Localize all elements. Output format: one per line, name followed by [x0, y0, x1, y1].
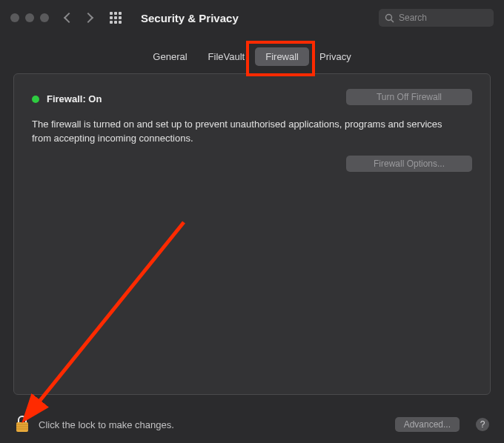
turn-off-firewall-button[interactable]: Turn Off Firewall — [346, 89, 472, 105]
tab-firewall[interactable]: Firewall — [255, 47, 309, 66]
firewall-description: The firewall is turned on and set up to … — [32, 118, 462, 146]
help-button[interactable]: ? — [476, 418, 489, 431]
tab-general[interactable]: General — [142, 47, 197, 66]
advanced-button[interactable]: Advanced... — [395, 417, 460, 432]
tab-privacy[interactable]: Privacy — [309, 47, 362, 66]
firewall-panel: Firewall: On Turn Off Firewall The firew… — [13, 73, 491, 395]
tab-bar: General FileVault Firewall Privacy — [0, 47, 504, 66]
forward-button[interactable] — [83, 13, 93, 23]
status-label: Firewall: On — [47, 93, 102, 104]
close-dot[interactable] — [10, 13, 19, 22]
tab-filevault[interactable]: FileVault — [198, 47, 256, 66]
minimize-dot[interactable] — [25, 13, 34, 22]
zoom-dot[interactable] — [40, 13, 49, 22]
titlebar: Security & Privacy — [0, 0, 504, 36]
lock-icon[interactable] — [15, 416, 30, 433]
back-button[interactable] — [64, 13, 74, 23]
search-input[interactable] — [399, 13, 488, 23]
lock-text: Click the lock to make changes. — [39, 419, 174, 430]
svg-line-1 — [391, 19, 394, 22]
grid-icon[interactable] — [110, 12, 122, 24]
search-icon — [385, 13, 394, 23]
search-field[interactable] — [379, 9, 494, 27]
nav-arrows — [65, 14, 92, 21]
window-controls — [10, 13, 49, 22]
svg-point-0 — [386, 14, 392, 20]
status-indicator-icon — [32, 96, 39, 103]
footer: Click the lock to make changes. Advanced… — [0, 406, 504, 443]
firewall-options-button[interactable]: Firewall Options... — [346, 156, 472, 172]
window-title: Security & Privacy — [141, 12, 239, 24]
